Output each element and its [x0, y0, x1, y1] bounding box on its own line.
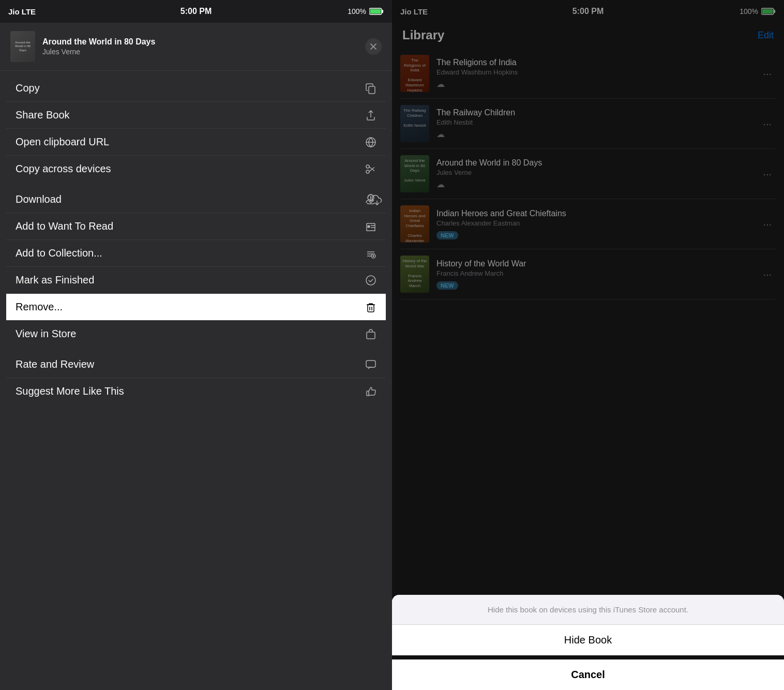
- scissors-icon: [365, 163, 376, 175]
- hide-book-button[interactable]: Hide Book: [392, 625, 784, 655]
- mark-finished-label: Mark as Finished: [16, 274, 94, 286]
- menu-group-2: Download: [6, 186, 386, 347]
- menu-item-mark-finished[interactable]: Mark as Finished: [6, 267, 386, 294]
- add-collection-label: Add to Collection...: [16, 247, 102, 259]
- copy-devices-label: Copy across devices: [16, 163, 111, 175]
- battery-area-left: 100%: [348, 7, 384, 16]
- svg-rect-1: [382, 10, 384, 13]
- menu-item-copy[interactable]: Copy: [6, 75, 386, 102]
- menu-item-share[interactable]: Share Book: [6, 102, 386, 129]
- menu-item-view-store[interactable]: View in Store: [6, 321, 386, 347]
- menu-group-3: Rate and Review Suggest More Like This: [6, 351, 386, 404]
- add-list-icon: [365, 221, 376, 232]
- rate-review-label: Rate and Review: [16, 358, 94, 370]
- svg-point-8: [368, 226, 370, 228]
- view-store-label: View in Store: [16, 328, 76, 340]
- book-title: Around the World in 80 Days: [42, 37, 365, 47]
- share-label: Share Book: [16, 109, 70, 121]
- add-collection-icon: [365, 248, 376, 259]
- svg-rect-11: [368, 305, 374, 312]
- svg-rect-3: [369, 86, 375, 94]
- menu-item-suggest[interactable]: Suggest More Like This: [6, 378, 386, 404]
- menu-item-download[interactable]: Download: [6, 186, 386, 213]
- close-icon: [370, 43, 377, 50]
- svg-rect-2: [370, 9, 381, 14]
- carrier-left: Jio LTE: [8, 7, 36, 16]
- battery-percent-left: 100%: [348, 7, 366, 16]
- left-panel: Jio LTE 5:00 PM 100% Around the World in…: [0, 0, 392, 690]
- book-cover-thumb: Around the World in 80 Days: [10, 31, 35, 62]
- svg-rect-13: [366, 361, 375, 367]
- remove-label: Remove...: [16, 301, 63, 313]
- book-author: Jules Verne: [42, 48, 365, 56]
- globe-icon: [365, 137, 376, 148]
- svg-point-5: [366, 165, 369, 168]
- copy-icon: [365, 83, 376, 94]
- bottom-sheet-overlay: Hide this book on devices using this iTu…: [392, 0, 784, 690]
- svg-point-10: [366, 276, 375, 285]
- book-info: Around the World in 80 Days Jules Verne: [42, 37, 365, 56]
- cancel-button[interactable]: Cancel: [392, 659, 784, 690]
- time-left: 5:00 PM: [180, 7, 212, 16]
- menu-item-copy-devices[interactable]: Copy across devices: [6, 156, 386, 182]
- checkmark-icon: [365, 275, 376, 286]
- sheet-message: Hide this book on devices using this iTu…: [392, 595, 784, 625]
- bubble-icon: [365, 359, 376, 370]
- suggest-label: Suggest More Like This: [16, 385, 124, 397]
- right-panel: Jio LTE 5:00 PM 100% Library Edit The Re…: [392, 0, 784, 690]
- svg-rect-12: [367, 332, 375, 339]
- menu-item-remove[interactable]: Remove...: [6, 294, 386, 321]
- close-button[interactable]: [365, 38, 382, 55]
- clipboard-label: Open clipboard URL: [16, 136, 109, 148]
- copy-label: Copy: [16, 82, 40, 94]
- thumbup-icon: [365, 386, 376, 397]
- share-icon: [365, 110, 376, 121]
- battery-icon-left: [369, 8, 384, 15]
- menu-item-rate-review[interactable]: Rate and Review: [6, 351, 386, 378]
- svg-point-6: [366, 170, 369, 173]
- menu-item-add-collection[interactable]: Add to Collection...: [6, 240, 386, 267]
- download-icon: [365, 194, 376, 205]
- bottom-sheet: Hide this book on devices using this iTu…: [392, 595, 784, 655]
- menu-group-1: Copy Share Book Open cli: [6, 75, 386, 182]
- trash-icon: [365, 302, 376, 313]
- status-bar-left: Jio LTE 5:00 PM 100%: [0, 0, 392, 23]
- want-to-read-label: Add to Want To Read: [16, 220, 113, 232]
- menu-item-want-to-read[interactable]: Add to Want To Read: [6, 213, 386, 240]
- book-thumbnail: Around the World in 80 Days: [10, 31, 35, 62]
- menu-item-clipboard[interactable]: Open clipboard URL: [6, 129, 386, 156]
- download-label: Download: [16, 193, 62, 205]
- menu-list: Copy Share Book Open cli: [0, 71, 392, 690]
- book-header: Around the World in 80 Days Around the W…: [0, 23, 392, 71]
- bag-icon: [365, 328, 376, 340]
